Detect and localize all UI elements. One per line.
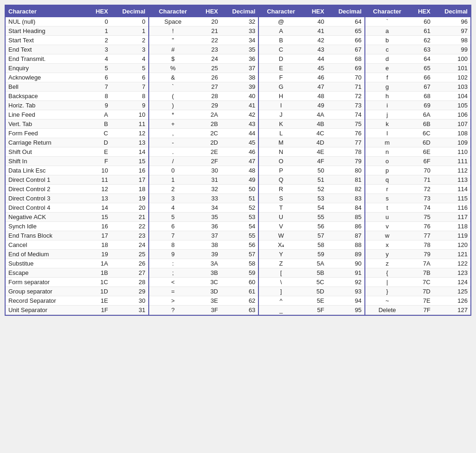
table-cell: 5A <box>303 259 327 268</box>
table-cell: 28 <box>197 92 221 101</box>
table-cell: Form separator <box>6 278 84 287</box>
table-cell: 6D <box>409 138 433 147</box>
table-row: Unit Separator1F31?3F63_5F95Delete7F127 <box>6 306 470 315</box>
table-cell: ~ <box>365 296 409 306</box>
table-cell: Start Text <box>6 36 84 45</box>
table-cell: 110 <box>433 147 470 157</box>
table-cell: 3F <box>197 306 221 315</box>
table-cell: Acknowlege <box>6 73 84 82</box>
table-row: Record Separator1E30>3E62^5E94~7E126 <box>6 296 470 306</box>
table-cell: 58 <box>221 259 258 268</box>
table-cell: 55 <box>221 231 258 240</box>
table-cell: 3C <box>197 278 221 287</box>
table-cell: 3A <box>197 259 221 268</box>
table-cell: 26 <box>197 73 221 82</box>
table-cell: 1B <box>84 268 111 278</box>
table-cell: 61 <box>409 27 433 36</box>
header-decimal-1: Decimal <box>111 6 148 17</box>
table-cell: Start Heading <box>6 27 84 36</box>
table-cell: f <box>365 73 409 82</box>
table-cell: Y <box>258 250 303 259</box>
table-row: Direct Control 4142043452T5484t74116 <box>6 203 470 213</box>
table-row: Acknowlege66&2638F4670f66102 <box>6 73 470 82</box>
table-cell: 69 <box>409 101 433 110</box>
table-cell: 74 <box>409 203 433 213</box>
table-cell: 78 <box>409 240 433 250</box>
table-cell: 72 <box>327 92 364 101</box>
table-cell: 67 <box>327 45 364 54</box>
table-cell: D <box>84 138 111 147</box>
table-cell: 101 <box>433 64 470 73</box>
table-cell: 8 <box>149 240 197 250</box>
table-cell: 100 <box>433 54 470 64</box>
table-cell: 31 <box>111 306 148 315</box>
table-cell: 69 <box>327 64 364 73</box>
table-row: Backspace88(2840H4872h68104 <box>6 92 470 101</box>
table-cell: ` <box>365 17 409 27</box>
table-cell: 46 <box>303 73 327 82</box>
table-cell: < <box>149 278 197 287</box>
table-cell: 51 <box>303 175 327 185</box>
table-cell: 64 <box>327 17 364 27</box>
table-cell: 56 <box>303 222 327 231</box>
table-cell: 116 <box>433 203 470 213</box>
table-cell: 107 <box>433 120 470 129</box>
table-cell: 119 <box>433 231 470 240</box>
table-cell: 6B <box>409 120 433 129</box>
table-cell: 10 <box>111 110 148 120</box>
table-cell: g <box>365 82 409 92</box>
table-row: Direct Control 3131933351S5383s73115 <box>6 194 470 203</box>
table-cell: Direct Control 3 <box>6 194 84 203</box>
table-cell: 73 <box>409 194 433 203</box>
table-cell: 70 <box>327 73 364 82</box>
table-cell: 122 <box>433 259 470 268</box>
table-cell: 34 <box>221 36 258 45</box>
table-cell: 105 <box>433 101 470 110</box>
table-cell: 9 <box>84 101 111 110</box>
table-cell: > <box>149 296 197 306</box>
table-cell: ] <box>258 287 303 296</box>
table-cell: b <box>365 36 409 45</box>
table-cell: 13 <box>84 194 111 203</box>
table-cell: B <box>84 120 111 129</box>
table-cell: 94 <box>327 296 364 306</box>
table-cell: 2D <box>197 138 221 147</box>
table-cell: j <box>365 110 409 120</box>
table-cell: 43 <box>221 120 258 129</box>
table-cell: 25 <box>111 250 148 259</box>
header-character-4: Character <box>365 6 409 17</box>
table-cell: 15 <box>111 157 148 166</box>
table-cell: | <box>365 278 409 287</box>
table-cell: Direct Control 4 <box>6 203 84 213</box>
table-cell: 37 <box>197 231 221 240</box>
table-cell: 124 <box>433 278 470 287</box>
table-cell: J <box>258 110 303 120</box>
table-cell: 7C <box>409 278 433 287</box>
table-cell: End of Medium <box>6 250 84 259</box>
table-cell: 126 <box>433 296 470 306</box>
table-row: Escape1B27;3B59[5B91{7B123 <box>6 268 470 278</box>
table-cell: : <box>149 259 197 268</box>
table-cell: 39 <box>221 82 258 92</box>
table-cell: 46 <box>221 147 258 157</box>
table-cell: 76 <box>409 222 433 231</box>
table-cell: } <box>365 287 409 296</box>
table-cell: 49 <box>303 101 327 110</box>
table-cell: e <box>365 64 409 73</box>
table-cell: Substitue <box>6 259 84 268</box>
table-cell: 125 <box>433 287 470 296</box>
table-cell: m <box>365 138 409 147</box>
table-cell: 3 <box>84 45 111 54</box>
table-cell: 99 <box>433 45 470 54</box>
table-cell: , <box>149 129 197 138</box>
table-cell: 80 <box>327 166 364 175</box>
table-cell: 21 <box>197 27 221 36</box>
table-cell: = <box>149 287 197 296</box>
table-cell: Escape <box>6 268 84 278</box>
table-cell: 10 <box>84 166 111 175</box>
table-cell: 7 <box>84 82 111 92</box>
table-cell: 8 <box>84 92 111 101</box>
table-cell: 4 <box>149 203 197 213</box>
table-cell: 50 <box>221 185 258 194</box>
table-cell: 74 <box>327 110 364 120</box>
